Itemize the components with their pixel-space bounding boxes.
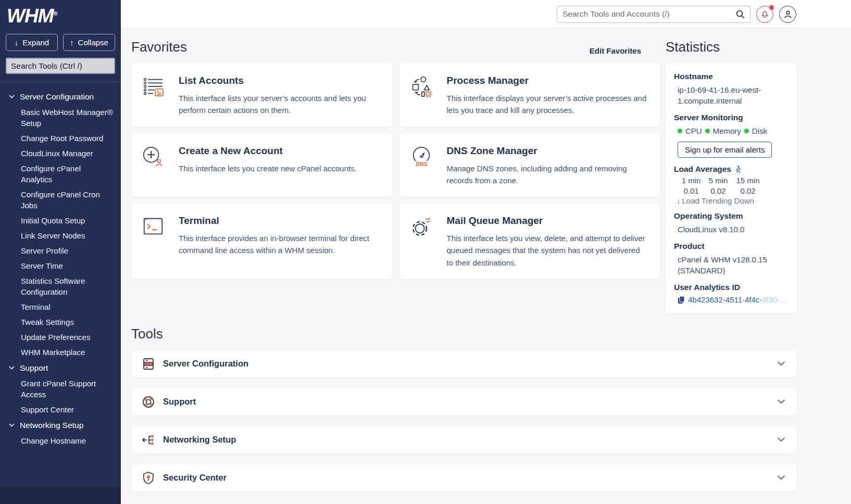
uaid-text: 4b423632-4511-4f4c- [688, 295, 762, 304]
global-search-input[interactable] [562, 9, 732, 19]
card-description: This interface lets you create new cPane… [179, 162, 357, 174]
load-averages-table: 1 min 5 min 15 min 0.01 0.02 0.02 [674, 176, 789, 195]
card-title[interactable]: Create a New Account [179, 145, 357, 157]
email-alerts-button[interactable]: Sign up for email alerts [678, 142, 772, 158]
networking-setup-icon [142, 433, 155, 447]
chevron-down-icon[interactable] [777, 399, 785, 404]
collapse-button-label: Collapse [78, 38, 108, 47]
chevron-down-icon [9, 366, 15, 370]
sidebar-item-tweak-settings[interactable]: Tweak Settings [0, 314, 121, 330]
sidebar-item-support-center[interactable]: Support Center [0, 402, 121, 417]
card-description: This interface displays your server’s ac… [447, 92, 648, 117]
card-body: Process Manager This interface displays … [447, 75, 648, 117]
sidebar-group-label: Support [20, 362, 48, 373]
support-lifebuoy-icon [142, 395, 155, 409]
registered-mark: ® [53, 10, 57, 17]
sidebar-item-cloudlinux-manager[interactable]: CloudLinux Manager [0, 146, 121, 161]
arrow-down-icon: ↓ [15, 38, 19, 47]
dns-zone-icon: DNS [410, 145, 433, 187]
sidebar-item-link-server-nodes[interactable]: Link Server Nodes [0, 228, 121, 243]
sidebar-item-terminal[interactable]: Terminal [0, 299, 121, 314]
list-accounts-icon [142, 75, 165, 117]
card-dns-zone-manager[interactable]: DNS DNS Zone Manager Manage DNS zones, i… [399, 133, 660, 197]
sidebar-item-server-time[interactable]: Server Time [0, 258, 121, 273]
accordion-server-configuration[interactable]: Server Configuration [131, 350, 797, 377]
sidebar-item-configure-cpanel-cron-jobs[interactable]: Configure cPanel Cron Jobs [0, 187, 121, 213]
card-description: Manage DNS zones, including adding and r… [447, 162, 648, 187]
load-header-1min: 1 min [678, 176, 705, 185]
chevron-down-icon[interactable] [777, 361, 785, 366]
sidebar-item-statistics-software-configuration[interactable]: Statistics Software Configuration [0, 273, 121, 299]
sidebar-item-initial-quota-setup[interactable]: Initial Quota Setup [0, 213, 121, 228]
accordion-label: Security Center [163, 473, 227, 483]
monitoring-item-memory: Memory [713, 127, 741, 135]
card-terminal[interactable]: Terminal This interface provides an in-b… [131, 203, 392, 279]
user-account-button[interactable] [779, 6, 796, 23]
load-value-5min: 0.02 [705, 186, 732, 195]
whm-app: WHM® ↓ Expand ↑ Collapse Server Configur… [0, 0, 851, 504]
arrow-up-icon: ↑ [70, 38, 74, 47]
card-mail-queue-manager[interactable]: Mail Queue Manager This interface lets y… [399, 203, 660, 279]
card-body: Terminal This interface provides an in-b… [179, 215, 380, 269]
server-configuration-icon [142, 357, 155, 371]
statistics-title: Statistics [666, 39, 797, 55]
sidebar-item-whm-marketplace[interactable]: WHM Marketplace [0, 345, 121, 360]
card-list-accounts[interactable]: List Accounts This interface lists your … [131, 63, 392, 127]
card-title[interactable]: DNS Zone Manager [447, 145, 648, 157]
chevron-down-icon[interactable] [777, 475, 785, 480]
create-account-icon [142, 145, 165, 187]
expand-button[interactable]: ↓ Expand [6, 34, 58, 51]
card-title[interactable]: List Accounts [179, 75, 380, 86]
card-title[interactable]: Mail Queue Manager [447, 215, 648, 226]
sidebar-group-support[interactable]: Support [0, 360, 121, 376]
load-header-5min: 5 min [705, 176, 732, 185]
operating-system-value: CloudLinux v8.10.0 [674, 224, 789, 235]
card-title[interactable]: Process Manager [447, 75, 648, 86]
sidebar-item-grant-cpanel-support-access[interactable]: Grant cPanel Support Access [0, 376, 121, 402]
sidebar-item-configure-cpanel-analytics[interactable]: Configure cPanel Analytics [0, 161, 121, 187]
edit-favorites-link[interactable]: Edit Favorites [590, 46, 641, 55]
accordion-security-center[interactable]: Security Center [131, 464, 797, 492]
uaid-text-truncated: 9f30-... [762, 295, 786, 304]
tools-section: Tools Server Configuration [131, 326, 797, 492]
card-description: This interface lets you view, delete, an… [447, 232, 648, 269]
user-account-icon [784, 10, 792, 19]
statistics-section: Statistics Hostname ip-10-69-41-16.eu-we… [666, 39, 797, 313]
runner-icon[interactable] [735, 166, 741, 173]
sidebar-search-input[interactable] [6, 58, 115, 74]
sidebar-group-networking-setup[interactable]: Networking Setup [0, 417, 121, 433]
sidebar-item-basic-webhost-manager-setup[interactable]: Basic WebHost Manager® Setup [0, 105, 121, 131]
copy-icon[interactable] [678, 296, 685, 304]
search-icon[interactable] [736, 10, 745, 19]
chevron-down-icon[interactable] [777, 437, 785, 442]
hostname-label: Hostname [674, 72, 789, 81]
accordion-support[interactable]: Support [131, 388, 797, 415]
load-averages-label: Load Averages [674, 165, 731, 174]
trend-down-arrow-icon: ↓ [677, 196, 681, 205]
sidebar: WHM® ↓ Expand ↑ Collapse Server Configur… [0, 0, 121, 504]
process-manager-icon [410, 75, 433, 117]
accordion-label: Support [163, 397, 196, 407]
accordion-networking-setup[interactable]: Networking Setup [131, 426, 797, 453]
sidebar-nav: Server Configuration Basic WebHost Manag… [0, 82, 121, 448]
user-analytics-id-value[interactable]: 4b423632-4511-4f4c-9f30-... [674, 295, 789, 304]
collapse-button[interactable]: ↑ Collapse [63, 34, 115, 51]
notifications-button[interactable] [756, 6, 773, 23]
card-title[interactable]: Terminal [179, 215, 380, 226]
favorites-title: Favorites [131, 39, 187, 55]
sidebar-item-change-hostname[interactable]: Change Hostname [0, 433, 121, 448]
sidebar-group-server-configuration[interactable]: Server Configuration [0, 89, 121, 105]
monitoring-item-cpu: CPU [685, 127, 702, 135]
status-dot-green [705, 129, 710, 133]
sidebar-item-server-profile[interactable]: Server Profile [0, 243, 121, 258]
card-body: Create a New Account This interface lets… [179, 145, 357, 187]
sidebar-item-change-root-password[interactable]: Change Root Password [0, 131, 121, 146]
accordion-label: Networking Setup [163, 435, 236, 445]
card-description: This interface lists your server’s accou… [179, 92, 380, 117]
card-create-new-account[interactable]: Create a New Account This interface lets… [131, 133, 392, 197]
sidebar-item-update-preferences[interactable]: Update Preferences [0, 330, 121, 345]
svg-text:DNS: DNS [416, 161, 427, 167]
server-monitoring-status: CPU Memory Disk [674, 127, 789, 135]
accordion-label: Server Configuration [163, 359, 248, 369]
card-process-manager[interactable]: Process Manager This interface displays … [399, 63, 660, 127]
